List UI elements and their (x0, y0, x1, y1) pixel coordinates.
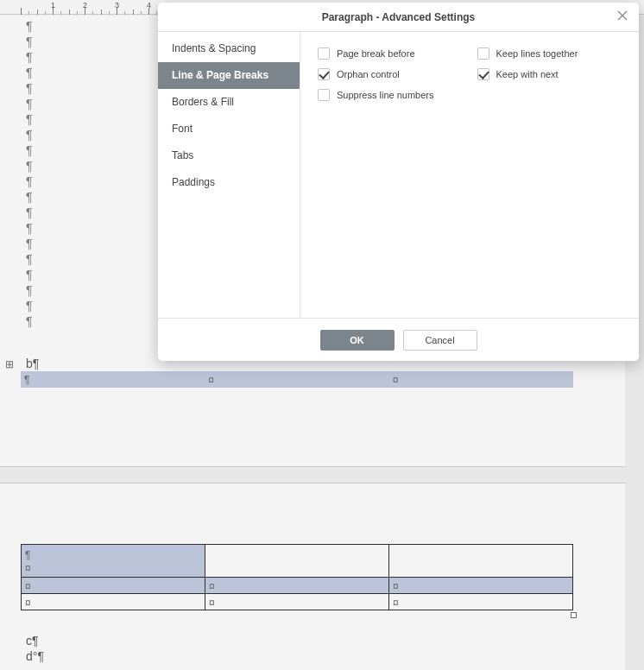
paragraph-settings-dialog: Paragraph - Advanced Settings Indents & … (158, 3, 639, 361)
pilcrow-mark: ¶ (26, 111, 33, 127)
checkbox-label: Orphan control (337, 69, 400, 79)
pilcrow-mark: ¶ (26, 18, 33, 34)
pilcrow-mark: ¶ (26, 236, 33, 251)
table-row: ¶ ¤ ¤ (21, 371, 573, 388)
ok-button[interactable]: OK (320, 330, 395, 351)
dialog-footer: OK Cancel (158, 318, 639, 361)
pilcrow-mark: ¶ (26, 49, 33, 65)
nav-paddings[interactable]: Paddings (158, 169, 300, 196)
pilcrow-mark: ¶ (26, 174, 33, 189)
close-icon[interactable] (613, 7, 632, 26)
table-1[interactable]: ¶ ¤ ¤ (21, 371, 573, 388)
page-break (0, 466, 626, 484)
cell-mark: ¶ (24, 374, 29, 386)
dialog-nav: Indents & Spacing Line & Page Breaks Bor… (158, 32, 300, 318)
checkbox-icon (318, 89, 330, 101)
pilcrow-mark: ¶ (26, 298, 33, 313)
pilcrow-mark: ¶ (26, 80, 33, 96)
pilcrow-mark: ¶ (26, 158, 33, 174)
nav-borders-fill[interactable]: Borders & Fill (158, 89, 300, 116)
checkbox-suppress-line-numbers[interactable]: Suppress line numbers (318, 89, 434, 101)
pilcrow-column: ¶¶¶¶¶¶¶¶¶¶¶¶¶¶¶¶¶¶¶¶ (26, 18, 33, 329)
pilcrow-mark: ¶ (26, 313, 33, 329)
checkbox-label: Keep lines together (496, 48, 578, 59)
table-2[interactable]: ¶¤ ¤ ¤ ¤ ¤ ¤ ¤ (21, 544, 573, 610)
checkbox-label: Suppress line numbers (337, 90, 434, 100)
nav-tabs[interactable]: Tabs (158, 142, 300, 169)
resize-handle[interactable] (571, 612, 577, 618)
checkbox-keep-lines-together[interactable]: Keep lines together (477, 47, 578, 60)
dialog-content: Page break before Orphan control Suppres… (300, 32, 639, 318)
checkbox-icon (477, 68, 489, 80)
checkbox-icon (318, 47, 330, 60)
checkbox-label: Keep with next (496, 69, 559, 79)
pilcrow-mark: ¶ (26, 205, 33, 220)
pilcrow-mark: ¶ (26, 127, 33, 142)
paragraph-d: d°¶ (26, 649, 44, 663)
checkbox-icon (318, 68, 330, 80)
checkbox-label: Page break before (337, 48, 415, 59)
pilcrow-mark: ¶ (26, 189, 33, 205)
checkbox-keep-with-next[interactable]: Keep with next (477, 68, 578, 80)
checkbox-orphan-control[interactable]: Orphan control (318, 68, 434, 80)
pilcrow-mark: ¶ (26, 251, 33, 267)
table-row: ¤ ¤ ¤ (22, 578, 573, 594)
pilcrow-mark: ¶ (26, 267, 33, 282)
nav-line-page-breaks[interactable]: Line & Page Breaks (158, 62, 300, 89)
pilcrow-mark: ¶ (26, 34, 33, 49)
table-row: ¶¤ (22, 545, 573, 578)
cell-mark: ¤ (393, 374, 399, 386)
pilcrow-mark: ¶ (26, 282, 33, 298)
table-row: ¤ ¤ ¤ (22, 594, 573, 610)
checkbox-icon (477, 47, 489, 60)
pilcrow-mark: ¶ (26, 65, 33, 80)
cancel-button[interactable]: Cancel (403, 330, 477, 351)
paragraph-b: b¶ (26, 357, 39, 370)
pilcrow-mark: ¶ (26, 96, 33, 111)
pilcrow-mark: ¶ (26, 220, 33, 236)
pilcrow-mark: ¶ (26, 142, 33, 158)
dialog-title-text: Paragraph - Advanced Settings (322, 11, 476, 23)
nav-font[interactable]: Font (158, 116, 300, 142)
nav-indents-spacing[interactable]: Indents & Spacing (158, 35, 300, 62)
dialog-title: Paragraph - Advanced Settings (158, 3, 639, 32)
anchor-icon: ⊞ (5, 358, 14, 370)
cell-mark: ¤ (208, 374, 214, 386)
paragraph-c: c¶ (26, 634, 39, 648)
checkbox-page-break-before[interactable]: Page break before (318, 47, 434, 60)
